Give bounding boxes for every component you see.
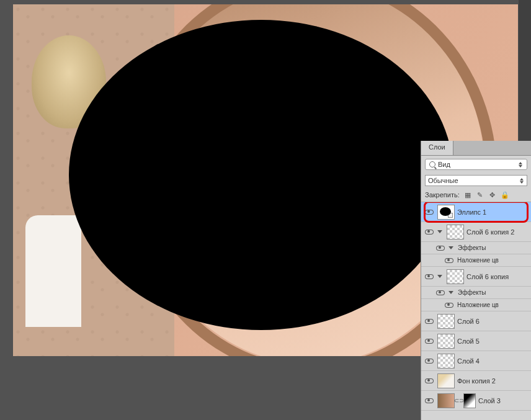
visibility-toggle[interactable]: [435, 246, 446, 251]
effects-row[interactable]: Эффекты: [421, 242, 531, 254]
layer-name[interactable]: Слой 6 копия 2: [466, 228, 529, 236]
lock-label: Закрепить:: [425, 191, 460, 199]
eye-icon: [425, 359, 434, 364]
layer-row[interactable]: Слой 5: [421, 331, 531, 351]
visibility-toggle[interactable]: [444, 258, 455, 263]
layer-mask-thumbnail[interactable]: [463, 413, 476, 414]
eye-icon: [445, 303, 453, 308]
eye-icon: [425, 319, 434, 324]
layer-row[interactable]: Слой 4: [421, 351, 531, 371]
filter-label: Вид: [438, 161, 450, 168]
blend-mode-dropdown[interactable]: Обычные: [425, 175, 527, 186]
layer-row[interactable]: ⊂⊃Слой 2: [421, 411, 531, 413]
visibility-toggle[interactable]: [424, 398, 435, 403]
visibility-toggle[interactable]: [424, 378, 435, 383]
effect-name: Наложение цв: [457, 257, 529, 264]
layer-row[interactable]: Слой 6: [421, 311, 531, 331]
person-shirt: [25, 215, 81, 327]
layer-thumbnail[interactable]: [437, 413, 455, 414]
chevron-down-icon[interactable]: [448, 291, 453, 294]
effects-label: Эффекты: [458, 289, 529, 296]
eye-icon: [425, 210, 434, 215]
layer-thumbnail[interactable]: [437, 393, 455, 408]
eye-icon: [425, 274, 434, 279]
eye-icon: [436, 246, 445, 251]
effect-item-row[interactable]: Наложение цв: [421, 299, 531, 311]
eye-icon: [445, 258, 453, 263]
layers-list[interactable]: Эллипс 1Слой 6 копия 2ЭффектыНаложение ц…: [421, 202, 531, 413]
layer-row[interactable]: Фон копия 2: [421, 371, 531, 391]
search-icon: [429, 161, 435, 168]
panel-tabs: Слои: [421, 141, 531, 156]
layer-thumbnail[interactable]: [437, 334, 455, 349]
layers-panel: Слои Вид Обычные Закрепить: ▦ ✎ ✥ 🔒 Элли…: [421, 141, 531, 420]
eye-icon: [425, 230, 434, 235]
eye-icon: [425, 378, 434, 383]
lock-row: Закрепить: ▦ ✎ ✥ 🔒: [421, 188, 531, 202]
effect-item-row[interactable]: Наложение цв: [421, 254, 531, 267]
layer-name[interactable]: Слой 6 копия: [466, 273, 529, 280]
dropdown-arrows-icon: [518, 162, 523, 168]
layer-name[interactable]: Слой 5: [457, 337, 529, 345]
visibility-toggle[interactable]: [424, 210, 435, 215]
layer-thumbnail[interactable]: [437, 354, 455, 369]
layer-row[interactable]: Слой 6 копия: [421, 267, 531, 287]
blend-mode-row: Обычные: [421, 173, 531, 188]
chevron-down-icon[interactable]: [437, 275, 442, 278]
lock-pixels-icon[interactable]: ✎: [476, 190, 484, 199]
layer-mask-thumbnail[interactable]: [463, 393, 476, 408]
eye-icon: [425, 398, 434, 403]
eye-icon: [436, 290, 445, 295]
lock-transparency-icon[interactable]: ▦: [463, 190, 472, 199]
layer-row[interactable]: Эллипс 1: [421, 202, 531, 222]
layer-thumbnail[interactable]: [437, 205, 455, 220]
layer-name[interactable]: Слой 4: [457, 357, 529, 365]
chevron-down-icon[interactable]: [437, 230, 442, 233]
eye-icon: [425, 339, 434, 344]
lock-position-icon[interactable]: ✥: [488, 190, 497, 199]
layer-name[interactable]: Фон копия 2: [457, 377, 529, 385]
layer-name[interactable]: Эллипс 1: [457, 208, 529, 216]
layer-thumbnail[interactable]: [447, 269, 464, 284]
chevron-down-icon[interactable]: [448, 246, 453, 249]
layer-filter-row: Вид: [421, 156, 531, 173]
effect-name: Наложение цв: [457, 302, 529, 308]
effects-row[interactable]: Эффекты: [421, 287, 531, 299]
layer-thumbnail[interactable]: [447, 225, 464, 239]
blend-mode-value: Обычные: [428, 177, 458, 184]
visibility-toggle[interactable]: [444, 303, 455, 308]
tab-layers[interactable]: Слои: [421, 141, 453, 155]
layer-thumbnail[interactable]: [437, 373, 455, 388]
layer-filter-dropdown[interactable]: Вид: [425, 159, 527, 170]
layer-thumbnail[interactable]: [437, 314, 455, 329]
visibility-toggle[interactable]: [435, 290, 446, 295]
visibility-toggle[interactable]: [424, 274, 435, 279]
lock-all-icon[interactable]: 🔒: [501, 190, 509, 199]
visibility-toggle[interactable]: [424, 359, 435, 364]
visibility-toggle[interactable]: [424, 230, 435, 235]
layer-name[interactable]: Слой 6: [457, 318, 529, 325]
layer-row[interactable]: ⊂⊃Слой 3: [421, 391, 531, 411]
ellipse-shape[interactable]: [69, 20, 453, 330]
effects-label: Эффекты: [458, 244, 529, 251]
layer-name[interactable]: Слой 3: [478, 397, 529, 404]
dropdown-arrows-icon: [519, 178, 524, 184]
link-icon: ⊂⊃: [457, 398, 461, 404]
layer-row[interactable]: Слой 6 копия 2: [421, 222, 531, 242]
visibility-toggle[interactable]: [424, 339, 435, 344]
visibility-toggle[interactable]: [424, 319, 435, 324]
lock-icons-group: ▦ ✎ ✥ 🔒: [463, 190, 509, 199]
